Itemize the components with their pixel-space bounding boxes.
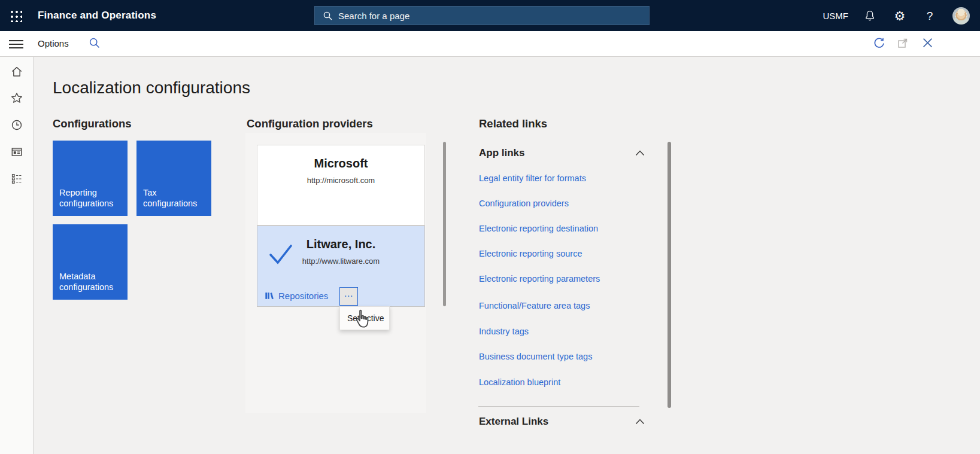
workspace-icon	[10, 145, 23, 159]
bell-icon	[864, 10, 876, 22]
page-title: Localization configurations	[53, 78, 250, 97]
star-icon	[10, 92, 23, 105]
page-search-box[interactable]	[314, 6, 650, 25]
top-app-bar: Finance and Operations USMF ⚙ ?	[0, 0, 980, 31]
popout-icon	[897, 37, 909, 49]
related-links-heading: Related links	[479, 117, 547, 130]
company-picker[interactable]: USMF	[823, 11, 849, 21]
configurations-heading: Configurations	[53, 117, 132, 130]
sidebar-item-home[interactable]	[10, 65, 23, 78]
link-localization-blueprint[interactable]: Localization blueprint	[479, 377, 560, 387]
providers-heading: Configuration providers	[247, 117, 373, 130]
tile-tax-configurations[interactable]: Tax configurations	[136, 141, 211, 216]
divider	[478, 406, 639, 407]
help-icon: ?	[927, 10, 933, 22]
gear-icon: ⚙	[894, 10, 906, 22]
tile-label: Metadata configurations	[53, 272, 128, 300]
refresh-icon	[873, 37, 885, 50]
notifications-button[interactable]	[863, 8, 877, 23]
home-icon	[10, 65, 23, 78]
link-er-source[interactable]: Electronic reporting source	[479, 249, 582, 258]
settings-button[interactable]: ⚙	[893, 8, 907, 23]
top-right-cluster: USMF ⚙ ?	[823, 0, 980, 31]
tile-label: Reporting configurations	[53, 188, 128, 216]
help-button[interactable]: ?	[923, 8, 937, 23]
more-options-button[interactable]: ⋯	[339, 287, 358, 306]
search-icon	[323, 11, 333, 21]
close-button[interactable]	[922, 37, 933, 51]
providers-scrollbar[interactable]	[443, 142, 446, 306]
external-links-group-label: External Links	[479, 416, 548, 428]
chevron-up-icon[interactable]	[635, 150, 645, 156]
sidebar-item-workspaces[interactable]	[10, 145, 23, 159]
link-legal-entity-filter[interactable]: Legal entity filter for formats	[479, 173, 586, 183]
command-search-button[interactable]	[89, 37, 101, 51]
menu-item-set-active[interactable]: Set active	[340, 307, 389, 330]
app-title: Finance and Operations	[38, 10, 156, 22]
link-industry-tags[interactable]: Industry tags	[479, 327, 529, 336]
sidebar-item-favorites[interactable]	[10, 92, 23, 105]
app-links-group-label: App links	[479, 147, 525, 159]
repositories-icon	[265, 291, 274, 300]
command-bar: Options	[0, 31, 980, 57]
avatar[interactable]	[952, 7, 970, 25]
link-functional-feature-tags[interactable]: Functional/Feature area tags	[479, 301, 590, 310]
search-input[interactable]	[338, 11, 626, 21]
chevron-up-icon[interactable]	[635, 419, 645, 425]
modules-icon	[10, 172, 23, 185]
clock-icon	[10, 118, 23, 132]
related-links-scrollbar[interactable]	[668, 142, 671, 408]
tile-reporting-configurations[interactable]: Reporting configurations	[53, 141, 128, 216]
waffle-icon[interactable]	[9, 9, 22, 22]
options-menu[interactable]: Options	[38, 38, 69, 48]
open-in-new-window-button[interactable]	[897, 37, 909, 51]
link-business-document-type-tags[interactable]: Business document type tags	[479, 352, 592, 361]
link-configuration-providers[interactable]: Configuration providers	[479, 199, 569, 208]
close-icon	[922, 37, 933, 48]
provider-url: http://microsoft.com	[257, 176, 424, 185]
repositories-link[interactable]: Repositories	[265, 291, 328, 301]
search-icon	[89, 37, 101, 49]
tile-metadata-configurations[interactable]: Metadata configurations	[53, 224, 128, 300]
provider-name: Microsoft	[257, 157, 424, 170]
hamburger-icon[interactable]	[9, 40, 23, 48]
context-menu: Set active	[339, 306, 390, 330]
active-check-icon	[268, 243, 293, 265]
refresh-button[interactable]	[873, 37, 885, 52]
link-er-destination[interactable]: Electronic reporting destination	[479, 224, 598, 233]
repositories-label: Repositories	[278, 291, 328, 301]
nav-rail	[0, 57, 34, 454]
sidebar-item-recent[interactable]	[10, 118, 23, 132]
provider-card-microsoft[interactable]: Microsoft http://microsoft.com	[257, 145, 425, 226]
tile-label: Tax configurations	[136, 188, 211, 216]
sidebar-item-modules[interactable]	[10, 172, 23, 185]
link-er-parameters[interactable]: Electronic reporting parameters	[479, 274, 600, 284]
